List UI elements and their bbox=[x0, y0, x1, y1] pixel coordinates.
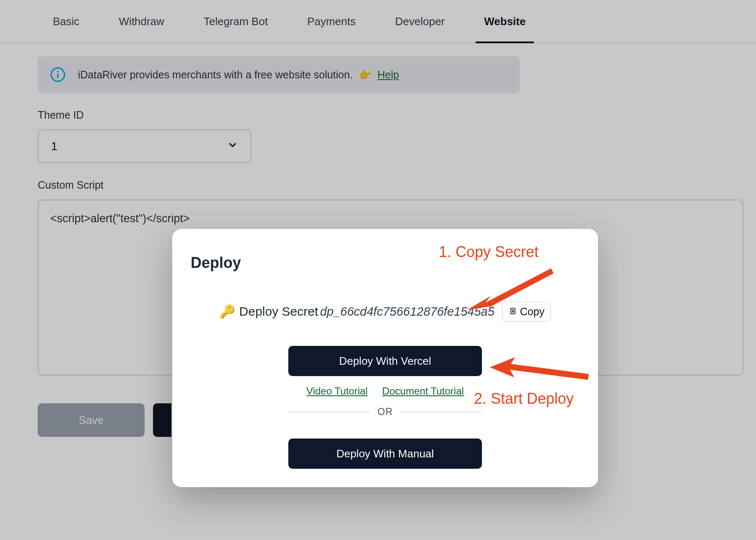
deploy-secret-value: dp_66cd4fc756612876fe1545a5 bbox=[320, 305, 495, 319]
copy-secret-button[interactable]: Copy bbox=[502, 302, 551, 322]
divider-line bbox=[400, 412, 482, 412]
document-tutorial-link[interactable]: Document Tutorial bbox=[382, 385, 464, 397]
or-label: OR bbox=[378, 406, 393, 418]
or-divider: OR bbox=[288, 406, 482, 418]
divider-line bbox=[288, 412, 370, 412]
deploy-modal: Deploy 🔑 Deploy Secret dp_66cd4fc7566128… bbox=[172, 229, 598, 487]
deploy-with-manual-button[interactable]: Deploy With Manual bbox=[288, 439, 482, 469]
deploy-with-vercel-button[interactable]: Deploy With Vercel bbox=[288, 346, 482, 376]
key-icon: 🔑 bbox=[220, 304, 235, 319]
copy-button-label: Copy bbox=[520, 306, 544, 318]
deploy-secret-heading: 🔑 Deploy Secret bbox=[220, 304, 318, 319]
modal-title: Deploy bbox=[191, 254, 580, 272]
deploy-secret-section: 🔑 Deploy Secret dp_66cd4fc756612876fe154… bbox=[191, 295, 580, 322]
video-tutorial-link[interactable]: Video Tutorial bbox=[306, 385, 368, 397]
clipboard-icon bbox=[508, 306, 517, 318]
deploy-secret-label: Deploy Secret bbox=[239, 304, 318, 319]
tutorial-links: Video Tutorial Document Tutorial bbox=[191, 385, 580, 397]
